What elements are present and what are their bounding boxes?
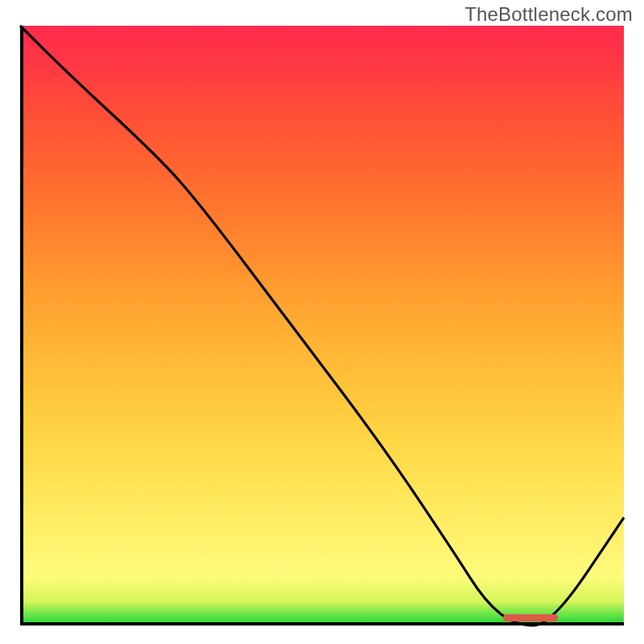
y-axis (20, 26, 23, 625)
x-axis (20, 622, 624, 625)
chart-container: TheBottleneck.com (0, 0, 644, 644)
attribution-text: TheBottleneck.com (464, 3, 633, 26)
bottleneck-curve (20, 26, 624, 625)
optimal-marker (503, 614, 558, 621)
